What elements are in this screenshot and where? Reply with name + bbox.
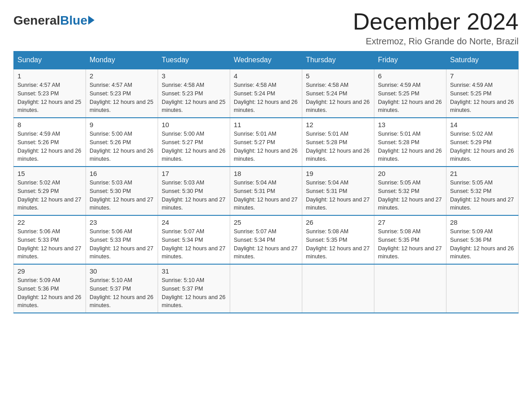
day-info: Sunrise: 5:08 AMSunset: 5:35 PMDaylight:…	[378, 227, 442, 261]
day-number: 8	[17, 121, 82, 128]
calendar-cell: 31Sunrise: 5:10 AMSunset: 5:37 PMDayligh…	[158, 264, 230, 313]
day-number: 14	[450, 121, 515, 128]
day-number: 17	[162, 170, 226, 177]
day-info: Sunrise: 5:03 AMSunset: 5:30 PMDaylight:…	[90, 179, 154, 212]
day-info: Sunrise: 4:57 AMSunset: 5:23 PMDaylight:…	[17, 81, 82, 115]
weekday-header-thursday: Thursday	[302, 51, 374, 69]
calendar-cell	[302, 264, 374, 313]
calendar-cell: 21Sunrise: 5:05 AMSunset: 5:32 PMDayligh…	[446, 167, 519, 215]
calendar-cell: 14Sunrise: 5:02 AMSunset: 5:29 PMDayligh…	[446, 118, 519, 167]
day-number: 26	[306, 218, 370, 226]
calendar-week-row: 15Sunrise: 5:02 AMSunset: 5:29 PMDayligh…	[14, 167, 519, 215]
weekday-header-saturday: Saturday	[446, 51, 519, 69]
calendar-cell: 9Sunrise: 5:00 AMSunset: 5:26 PMDaylight…	[86, 118, 158, 167]
day-number: 23	[90, 218, 154, 226]
calendar-cell	[230, 264, 302, 313]
day-info: Sunrise: 5:08 AMSunset: 5:35 PMDaylight:…	[306, 227, 370, 261]
calendar-cell: 2Sunrise: 4:57 AMSunset: 5:23 PMDaylight…	[86, 69, 158, 118]
day-number: 21	[450, 170, 515, 177]
day-info: Sunrise: 5:03 AMSunset: 5:30 PMDaylight:…	[162, 179, 226, 212]
day-info: Sunrise: 5:07 AMSunset: 5:34 PMDaylight:…	[162, 227, 226, 261]
day-number: 5	[306, 72, 370, 80]
calendar-cell: 17Sunrise: 5:03 AMSunset: 5:30 PMDayligh…	[158, 167, 230, 215]
day-info: Sunrise: 4:59 AMSunset: 5:25 PMDaylight:…	[450, 81, 515, 115]
calendar-cell	[374, 264, 446, 313]
calendar-cell: 4Sunrise: 4:58 AMSunset: 5:24 PMDaylight…	[230, 69, 302, 118]
calendar-table: SundayMondayTuesdayWednesdayThursdayFrid…	[13, 51, 519, 313]
calendar-cell: 18Sunrise: 5:04 AMSunset: 5:31 PMDayligh…	[230, 167, 302, 215]
day-number: 27	[378, 218, 442, 226]
calendar-cell: 28Sunrise: 5:09 AMSunset: 5:36 PMDayligh…	[446, 215, 519, 264]
logo-arrow-icon	[88, 16, 94, 25]
day-number: 20	[378, 170, 442, 177]
day-info: Sunrise: 5:09 AMSunset: 5:36 PMDaylight:…	[17, 276, 82, 310]
day-info: Sunrise: 4:58 AMSunset: 5:24 PMDaylight:…	[234, 81, 298, 115]
day-info: Sunrise: 5:02 AMSunset: 5:29 PMDaylight:…	[450, 130, 515, 163]
day-info: Sunrise: 5:05 AMSunset: 5:32 PMDaylight:…	[450, 179, 515, 212]
day-number: 9	[90, 121, 154, 128]
calendar-cell: 29Sunrise: 5:09 AMSunset: 5:36 PMDayligh…	[14, 264, 86, 313]
title-section: December 2024 Extremoz, Rio Grande do No…	[353, 9, 519, 47]
calendar-cell: 5Sunrise: 4:58 AMSunset: 5:24 PMDaylight…	[302, 69, 374, 118]
calendar-cell: 7Sunrise: 4:59 AMSunset: 5:25 PMDaylight…	[446, 69, 519, 118]
day-number: 25	[234, 218, 298, 226]
day-info: Sunrise: 5:00 AMSunset: 5:27 PMDaylight:…	[162, 130, 226, 163]
calendar-body: 1Sunrise: 4:57 AMSunset: 5:23 PMDaylight…	[14, 69, 519, 313]
day-info: Sunrise: 5:05 AMSunset: 5:32 PMDaylight:…	[378, 179, 442, 212]
calendar-week-row: 22Sunrise: 5:06 AMSunset: 5:33 PMDayligh…	[14, 215, 519, 264]
weekday-header-tuesday: Tuesday	[158, 51, 230, 69]
calendar-week-row: 8Sunrise: 4:59 AMSunset: 5:26 PMDaylight…	[14, 118, 519, 167]
day-info: Sunrise: 5:01 AMSunset: 5:27 PMDaylight:…	[234, 130, 298, 163]
day-info: Sunrise: 4:57 AMSunset: 5:23 PMDaylight:…	[90, 81, 154, 115]
weekday-header-wednesday: Wednesday	[230, 51, 302, 69]
calendar-week-row: 29Sunrise: 5:09 AMSunset: 5:36 PMDayligh…	[14, 264, 519, 313]
day-number: 7	[450, 72, 515, 80]
calendar-cell: 13Sunrise: 5:01 AMSunset: 5:28 PMDayligh…	[374, 118, 446, 167]
calendar-cell: 12Sunrise: 5:01 AMSunset: 5:28 PMDayligh…	[302, 118, 374, 167]
day-info: Sunrise: 5:10 AMSunset: 5:37 PMDaylight:…	[90, 276, 154, 310]
location-text: Extremoz, Rio Grande do Norte, Brazil	[353, 36, 519, 47]
calendar-cell: 20Sunrise: 5:05 AMSunset: 5:32 PMDayligh…	[374, 167, 446, 215]
calendar-cell: 19Sunrise: 5:04 AMSunset: 5:31 PMDayligh…	[302, 167, 374, 215]
calendar-cell: 16Sunrise: 5:03 AMSunset: 5:30 PMDayligh…	[86, 167, 158, 215]
day-number: 12	[306, 121, 370, 128]
calendar-cell: 27Sunrise: 5:08 AMSunset: 5:35 PMDayligh…	[374, 215, 446, 264]
day-number: 28	[450, 218, 515, 226]
calendar-cell: 24Sunrise: 5:07 AMSunset: 5:34 PMDayligh…	[158, 215, 230, 264]
day-number: 13	[378, 121, 442, 128]
day-number: 18	[234, 170, 298, 177]
day-info: Sunrise: 5:09 AMSunset: 5:36 PMDaylight:…	[450, 227, 515, 261]
day-number: 4	[234, 72, 298, 80]
calendar-cell: 22Sunrise: 5:06 AMSunset: 5:33 PMDayligh…	[14, 215, 86, 264]
calendar-cell: 3Sunrise: 4:58 AMSunset: 5:23 PMDaylight…	[158, 69, 230, 118]
day-number: 6	[378, 72, 442, 80]
calendar-cell	[446, 264, 519, 313]
day-info: Sunrise: 5:04 AMSunset: 5:31 PMDaylight:…	[306, 179, 370, 212]
calendar-header-row: SundayMondayTuesdayWednesdayThursdayFrid…	[14, 51, 519, 69]
day-info: Sunrise: 5:00 AMSunset: 5:26 PMDaylight:…	[90, 130, 154, 163]
day-info: Sunrise: 5:04 AMSunset: 5:31 PMDaylight:…	[234, 179, 298, 212]
day-info: Sunrise: 5:01 AMSunset: 5:28 PMDaylight:…	[378, 130, 442, 163]
day-number: 19	[306, 170, 370, 177]
calendar-cell: 6Sunrise: 4:59 AMSunset: 5:25 PMDaylight…	[374, 69, 446, 118]
day-info: Sunrise: 5:06 AMSunset: 5:33 PMDaylight:…	[90, 227, 154, 261]
day-number: 31	[162, 267, 226, 275]
day-info: Sunrise: 4:58 AMSunset: 5:23 PMDaylight:…	[162, 81, 226, 115]
day-info: Sunrise: 4:59 AMSunset: 5:25 PMDaylight:…	[378, 81, 442, 115]
day-number: 11	[234, 121, 298, 128]
day-number: 1	[17, 72, 82, 80]
day-info: Sunrise: 4:58 AMSunset: 5:24 PMDaylight:…	[306, 81, 370, 115]
day-info: Sunrise: 5:01 AMSunset: 5:28 PMDaylight:…	[306, 130, 370, 163]
day-number: 3	[162, 72, 226, 80]
calendar-cell: 1Sunrise: 4:57 AMSunset: 5:23 PMDaylight…	[14, 69, 86, 118]
calendar-cell: 11Sunrise: 5:01 AMSunset: 5:27 PMDayligh…	[230, 118, 302, 167]
day-info: Sunrise: 4:59 AMSunset: 5:26 PMDaylight:…	[17, 130, 82, 163]
day-number: 22	[17, 218, 82, 226]
weekday-header-sunday: Sunday	[14, 51, 86, 69]
day-number: 24	[162, 218, 226, 226]
weekday-header-friday: Friday	[374, 51, 446, 69]
day-number: 30	[90, 267, 154, 275]
logo: General Blue	[13, 13, 94, 28]
day-number: 16	[90, 170, 154, 177]
day-info: Sunrise: 5:06 AMSunset: 5:33 PMDaylight:…	[17, 227, 82, 261]
